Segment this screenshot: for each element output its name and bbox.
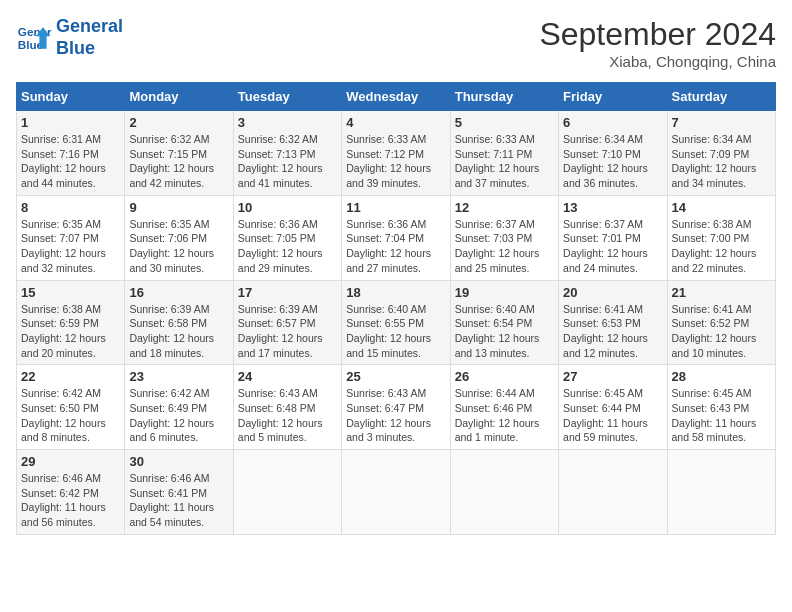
day-number: 24 <box>238 369 337 384</box>
calendar-cell: 25 Sunrise: 6:43 AM Sunset: 6:47 PM Dayl… <box>342 365 450 450</box>
day-info: Sunrise: 6:32 AM Sunset: 7:13 PM Dayligh… <box>238 132 337 191</box>
day-number: 30 <box>129 454 228 469</box>
day-number: 19 <box>455 285 554 300</box>
day-info: Sunrise: 6:39 AM Sunset: 6:57 PM Dayligh… <box>238 302 337 361</box>
location: Xiaba, Chongqing, China <box>539 53 776 70</box>
day-number: 3 <box>238 115 337 130</box>
day-number: 5 <box>455 115 554 130</box>
svg-text:General: General <box>18 25 52 38</box>
calendar-cell: 3 Sunrise: 6:32 AM Sunset: 7:13 PM Dayli… <box>233 111 341 196</box>
day-number: 9 <box>129 200 228 215</box>
calendar-cell <box>667 450 775 535</box>
day-number: 7 <box>672 115 771 130</box>
day-number: 6 <box>563 115 662 130</box>
day-info: Sunrise: 6:40 AM Sunset: 6:55 PM Dayligh… <box>346 302 445 361</box>
day-info: Sunrise: 6:35 AM Sunset: 7:06 PM Dayligh… <box>129 217 228 276</box>
day-info: Sunrise: 6:33 AM Sunset: 7:12 PM Dayligh… <box>346 132 445 191</box>
calendar-cell: 18 Sunrise: 6:40 AM Sunset: 6:55 PM Dayl… <box>342 280 450 365</box>
calendar-cell: 27 Sunrise: 6:45 AM Sunset: 6:44 PM Dayl… <box>559 365 667 450</box>
day-number: 13 <box>563 200 662 215</box>
day-number: 22 <box>21 369 120 384</box>
logo-icon: General Blue <box>16 20 52 56</box>
calendar-week-row: 29 Sunrise: 6:46 AM Sunset: 6:42 PM Dayl… <box>17 450 776 535</box>
calendar-cell <box>233 450 341 535</box>
day-info: Sunrise: 6:36 AM Sunset: 7:04 PM Dayligh… <box>346 217 445 276</box>
weekday-header-row: SundayMondayTuesdayWednesdayThursdayFrid… <box>17 83 776 111</box>
day-info: Sunrise: 6:31 AM Sunset: 7:16 PM Dayligh… <box>21 132 120 191</box>
day-info: Sunrise: 6:43 AM Sunset: 6:47 PM Dayligh… <box>346 386 445 445</box>
calendar-cell: 17 Sunrise: 6:39 AM Sunset: 6:57 PM Dayl… <box>233 280 341 365</box>
weekday-header: Saturday <box>667 83 775 111</box>
calendar-cell: 9 Sunrise: 6:35 AM Sunset: 7:06 PM Dayli… <box>125 195 233 280</box>
day-number: 25 <box>346 369 445 384</box>
day-number: 21 <box>672 285 771 300</box>
day-number: 12 <box>455 200 554 215</box>
day-number: 29 <box>21 454 120 469</box>
logo-text: General Blue <box>56 16 123 59</box>
day-number: 28 <box>672 369 771 384</box>
day-number: 20 <box>563 285 662 300</box>
weekday-header: Friday <box>559 83 667 111</box>
weekday-header: Thursday <box>450 83 558 111</box>
day-info: Sunrise: 6:46 AM Sunset: 6:41 PM Dayligh… <box>129 471 228 530</box>
calendar-week-row: 1 Sunrise: 6:31 AM Sunset: 7:16 PM Dayli… <box>17 111 776 196</box>
day-info: Sunrise: 6:38 AM Sunset: 6:59 PM Dayligh… <box>21 302 120 361</box>
logo: General Blue General Blue <box>16 16 123 59</box>
calendar-cell: 1 Sunrise: 6:31 AM Sunset: 7:16 PM Dayli… <box>17 111 125 196</box>
calendar-cell: 28 Sunrise: 6:45 AM Sunset: 6:43 PM Dayl… <box>667 365 775 450</box>
day-info: Sunrise: 6:36 AM Sunset: 7:05 PM Dayligh… <box>238 217 337 276</box>
calendar-cell: 19 Sunrise: 6:40 AM Sunset: 6:54 PM Dayl… <box>450 280 558 365</box>
day-info: Sunrise: 6:43 AM Sunset: 6:48 PM Dayligh… <box>238 386 337 445</box>
day-info: Sunrise: 6:45 AM Sunset: 6:44 PM Dayligh… <box>563 386 662 445</box>
day-info: Sunrise: 6:42 AM Sunset: 6:50 PM Dayligh… <box>21 386 120 445</box>
day-info: Sunrise: 6:41 AM Sunset: 6:52 PM Dayligh… <box>672 302 771 361</box>
day-number: 23 <box>129 369 228 384</box>
calendar-cell: 24 Sunrise: 6:43 AM Sunset: 6:48 PM Dayl… <box>233 365 341 450</box>
calendar-cell: 13 Sunrise: 6:37 AM Sunset: 7:01 PM Dayl… <box>559 195 667 280</box>
calendar-cell: 11 Sunrise: 6:36 AM Sunset: 7:04 PM Dayl… <box>342 195 450 280</box>
calendar-cell: 26 Sunrise: 6:44 AM Sunset: 6:46 PM Dayl… <box>450 365 558 450</box>
calendar-cell: 5 Sunrise: 6:33 AM Sunset: 7:11 PM Dayli… <box>450 111 558 196</box>
day-number: 1 <box>21 115 120 130</box>
day-number: 18 <box>346 285 445 300</box>
day-info: Sunrise: 6:46 AM Sunset: 6:42 PM Dayligh… <box>21 471 120 530</box>
calendar-cell: 2 Sunrise: 6:32 AM Sunset: 7:15 PM Dayli… <box>125 111 233 196</box>
calendar-week-row: 8 Sunrise: 6:35 AM Sunset: 7:07 PM Dayli… <box>17 195 776 280</box>
day-info: Sunrise: 6:40 AM Sunset: 6:54 PM Dayligh… <box>455 302 554 361</box>
day-info: Sunrise: 6:35 AM Sunset: 7:07 PM Dayligh… <box>21 217 120 276</box>
calendar-cell: 21 Sunrise: 6:41 AM Sunset: 6:52 PM Dayl… <box>667 280 775 365</box>
calendar-cell: 4 Sunrise: 6:33 AM Sunset: 7:12 PM Dayli… <box>342 111 450 196</box>
day-info: Sunrise: 6:32 AM Sunset: 7:15 PM Dayligh… <box>129 132 228 191</box>
day-info: Sunrise: 6:41 AM Sunset: 6:53 PM Dayligh… <box>563 302 662 361</box>
calendar-cell <box>559 450 667 535</box>
calendar-cell: 29 Sunrise: 6:46 AM Sunset: 6:42 PM Dayl… <box>17 450 125 535</box>
day-info: Sunrise: 6:33 AM Sunset: 7:11 PM Dayligh… <box>455 132 554 191</box>
calendar-week-row: 15 Sunrise: 6:38 AM Sunset: 6:59 PM Dayl… <box>17 280 776 365</box>
calendar-cell: 15 Sunrise: 6:38 AM Sunset: 6:59 PM Dayl… <box>17 280 125 365</box>
weekday-header: Monday <box>125 83 233 111</box>
calendar-cell: 8 Sunrise: 6:35 AM Sunset: 7:07 PM Dayli… <box>17 195 125 280</box>
day-info: Sunrise: 6:34 AM Sunset: 7:10 PM Dayligh… <box>563 132 662 191</box>
day-number: 8 <box>21 200 120 215</box>
calendar-cell: 7 Sunrise: 6:34 AM Sunset: 7:09 PM Dayli… <box>667 111 775 196</box>
day-number: 4 <box>346 115 445 130</box>
day-info: Sunrise: 6:37 AM Sunset: 7:01 PM Dayligh… <box>563 217 662 276</box>
day-info: Sunrise: 6:37 AM Sunset: 7:03 PM Dayligh… <box>455 217 554 276</box>
calendar-cell: 30 Sunrise: 6:46 AM Sunset: 6:41 PM Dayl… <box>125 450 233 535</box>
calendar-cell: 22 Sunrise: 6:42 AM Sunset: 6:50 PM Dayl… <box>17 365 125 450</box>
day-number: 2 <box>129 115 228 130</box>
weekday-header: Wednesday <box>342 83 450 111</box>
day-info: Sunrise: 6:34 AM Sunset: 7:09 PM Dayligh… <box>672 132 771 191</box>
calendar-cell: 16 Sunrise: 6:39 AM Sunset: 6:58 PM Dayl… <box>125 280 233 365</box>
day-number: 11 <box>346 200 445 215</box>
day-number: 10 <box>238 200 337 215</box>
calendar-cell: 6 Sunrise: 6:34 AM Sunset: 7:10 PM Dayli… <box>559 111 667 196</box>
day-info: Sunrise: 6:39 AM Sunset: 6:58 PM Dayligh… <box>129 302 228 361</box>
day-number: 26 <box>455 369 554 384</box>
day-number: 15 <box>21 285 120 300</box>
calendar-week-row: 22 Sunrise: 6:42 AM Sunset: 6:50 PM Dayl… <box>17 365 776 450</box>
calendar-cell <box>342 450 450 535</box>
calendar-cell <box>450 450 558 535</box>
day-number: 16 <box>129 285 228 300</box>
calendar-cell: 14 Sunrise: 6:38 AM Sunset: 7:00 PM Dayl… <box>667 195 775 280</box>
